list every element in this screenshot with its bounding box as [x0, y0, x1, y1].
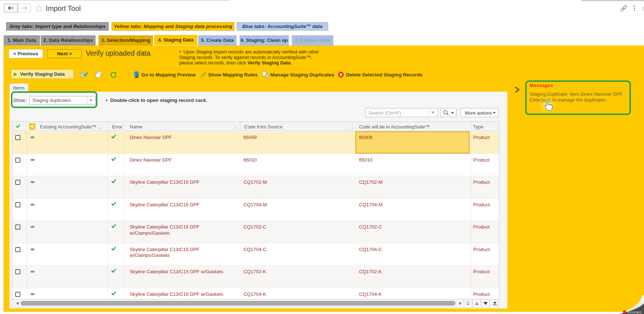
svg-text:Screenpre: Screenpre — [627, 310, 642, 314]
